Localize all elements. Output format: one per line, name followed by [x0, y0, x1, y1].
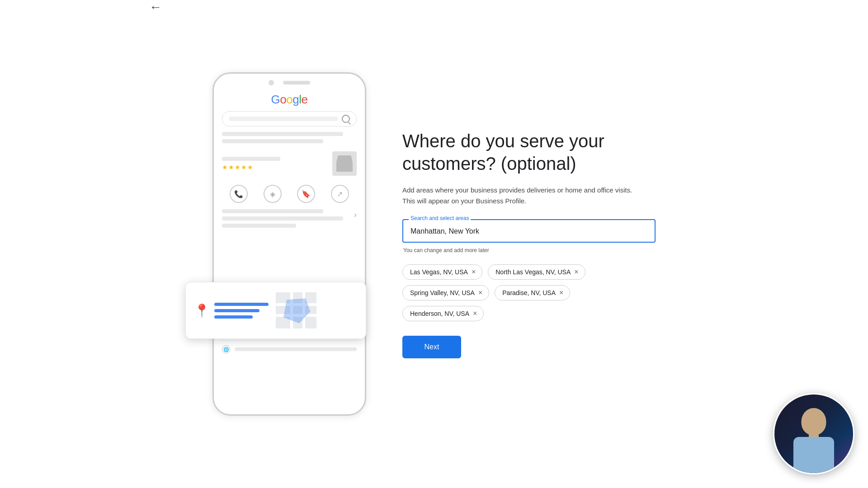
store-shape — [336, 155, 353, 172]
biz-blue-line-2 — [214, 309, 259, 312]
phone-search-line — [229, 117, 338, 121]
phone-stars: ★★★★★ — [222, 164, 328, 171]
map-thumbnail — [276, 292, 316, 328]
pin-icon: 📍 — [194, 303, 210, 318]
phone-bottom-row-2: 🌐 — [222, 345, 357, 353]
phone-frame: Google ★★★★★ — [212, 72, 366, 416]
action-save-icon: 🔖 — [297, 185, 315, 203]
action-share-icon: ↗ — [331, 185, 349, 203]
result-line-2 — [222, 139, 323, 143]
person-body — [793, 437, 834, 473]
helper-text: You can change and add more later — [402, 247, 656, 253]
phone-sym: 📞 — [234, 190, 243, 198]
biz-card-left: 📍 — [194, 303, 269, 319]
phone-search-icon — [342, 115, 350, 123]
phone-content: Google ★★★★★ — [214, 93, 365, 228]
phone-icon-2: 🌐 — [222, 345, 230, 353]
phone-store-icon — [332, 151, 357, 176]
tag-las-vegas-label: Las Vegas, NV, USA — [410, 268, 468, 276]
tag-north-las-vegas-label: North Las Vegas, NV, USA — [495, 268, 571, 276]
search-field-wrapper: Search and select areas — [402, 219, 656, 243]
tag-las-vegas: Las Vegas, NV, USA × — [402, 264, 482, 280]
tag-paradise-remove[interactable]: × — [559, 289, 563, 296]
tags-area: Las Vegas, NV, USA × North Las Vegas, NV… — [402, 264, 656, 321]
page-description: Add areas where your business provides d… — [402, 185, 637, 206]
phone-speaker — [283, 81, 310, 84]
phone-more-content: › — [222, 209, 357, 228]
person-head — [802, 408, 826, 435]
next-button[interactable]: Next — [402, 336, 461, 358]
save-sym: 🔖 — [302, 190, 311, 198]
person-silhouette — [774, 394, 853, 473]
divider-2 — [222, 340, 357, 341]
action-phone-icon: 📞 — [230, 185, 248, 203]
more-line-2 — [222, 216, 343, 221]
more-line-1 — [222, 209, 323, 213]
action-direction-icon: ◈ — [264, 185, 282, 203]
more-line-3 — [222, 224, 296, 228]
tag-spring-valley-label: Spring Valley, NV, USA — [410, 289, 475, 296]
phone-search-bar — [222, 111, 357, 127]
phone-top-bar — [214, 74, 365, 89]
tag-henderson-label: Henderson, NV, USA — [410, 310, 469, 317]
result-line-1 — [222, 132, 343, 136]
chevron-right-icon: › — [354, 210, 357, 220]
video-avatar-bg — [774, 394, 853, 473]
search-areas-input[interactable] — [403, 220, 655, 242]
page-wrapper: ← Google — [0, 0, 868, 488]
share-sym: ↗ — [337, 190, 343, 198]
tag-north-las-vegas-remove[interactable]: × — [574, 268, 578, 276]
biz-blue-line-1 — [214, 303, 269, 306]
back-button[interactable]: ← — [149, 0, 162, 14]
tag-paradise: Paradise, NV, USA × — [495, 285, 570, 300]
phone-biz-info: ★★★★★ — [222, 157, 328, 171]
tag-north-las-vegas: North Las Vegas, NV, USA × — [488, 264, 585, 280]
google-logo: Google — [222, 93, 357, 107]
phone-section: ← Google — [212, 72, 366, 416]
tag-henderson-remove[interactable]: × — [473, 310, 477, 317]
business-card-overlay: 📍 — [185, 282, 366, 339]
search-field-label: Search and select areas — [409, 215, 471, 221]
biz-card-lines — [214, 303, 269, 319]
phone-business-card: ★★★★★ — [222, 148, 357, 179]
tag-las-vegas-remove[interactable]: × — [472, 268, 476, 276]
dir-sym: ◈ — [270, 190, 275, 198]
page-title: Where do you serve your customers? (opti… — [402, 130, 656, 175]
video-avatar — [773, 393, 854, 474]
phone-results-block — [222, 132, 357, 143]
form-section: Where do you serve your customers? (opti… — [402, 130, 656, 358]
phone-camera — [269, 80, 274, 85]
biz-name-line — [222, 157, 280, 161]
tag-spring-valley: Spring Valley, NV, USA × — [402, 285, 489, 300]
tag-henderson: Henderson, NV, USA × — [402, 306, 484, 321]
biz-blue-line-3 — [214, 315, 253, 319]
tag-spring-valley-remove[interactable]: × — [478, 289, 482, 296]
phone-action-icons: 📞 ◈ 🔖 ↗ — [222, 185, 357, 203]
tag-paradise-label: Paradise, NV, USA — [502, 289, 556, 296]
phone-bottom-line-2 — [235, 347, 357, 351]
